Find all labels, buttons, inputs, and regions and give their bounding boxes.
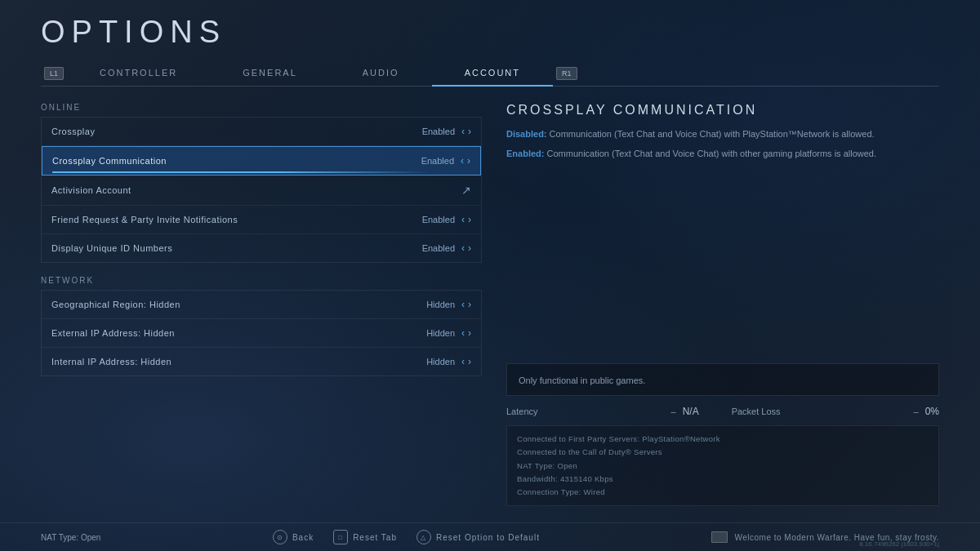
geo-region-label: Geographical Region: Hidden bbox=[51, 300, 180, 309]
network-settings-list: Geographical Region: Hidden Hidden ‹ › E… bbox=[41, 290, 482, 376]
tab-audio[interactable]: AUDIO bbox=[330, 61, 432, 86]
functional-text: Only functional in public games. bbox=[519, 375, 645, 385]
footer-action-back[interactable]: ⊙ Back bbox=[273, 530, 314, 544]
display-id-arrows: ‹ › bbox=[461, 242, 471, 254]
footer: NAT Type: Open ⊙ Back □ Reset Tab △ Rese… bbox=[0, 522, 980, 551]
enabled-text: Communication (Text Chat and Voice Chat)… bbox=[544, 149, 876, 158]
arrow-left-icon: ‹ bbox=[461, 126, 465, 137]
arrow-right-ii-icon: › bbox=[468, 356, 471, 367]
display-id-value-area: Enabled ‹ › bbox=[422, 242, 471, 254]
geo-region-value: Hidden bbox=[426, 300, 455, 309]
external-link-icon: ↗ bbox=[461, 184, 471, 197]
external-ip-label: External IP Address: Hidden bbox=[51, 328, 175, 338]
tab-left-badge: L1 bbox=[44, 67, 64, 80]
arrow-left-ii-icon: ‹ bbox=[461, 356, 465, 367]
page-title: OPTIONS bbox=[41, 15, 939, 50]
conn-line-0: Connected to First Party Servers: PlaySt… bbox=[517, 433, 929, 446]
conn-line-4: Connection Type: Wired bbox=[517, 486, 929, 499]
arrow-right-fr-icon: › bbox=[468, 214, 471, 225]
crossplay-comm-label: Crossplay Communication bbox=[52, 156, 167, 166]
friend-request-value: Enabled bbox=[422, 215, 455, 224]
external-ip-value-area: Hidden ‹ › bbox=[426, 327, 471, 339]
tab-general[interactable]: GENERAL bbox=[210, 61, 330, 86]
arrow-left-active-icon: ‹ bbox=[461, 155, 464, 167]
latency-separator: – bbox=[671, 407, 676, 416]
nat-status: NAT Type: Open bbox=[41, 533, 100, 542]
connection-info: Connected to First Party Servers: PlaySt… bbox=[506, 425, 939, 506]
tabs-bar: L1 CONTROLLER GENERAL AUDIO ACCOUNT R1 bbox=[41, 61, 939, 87]
reset-tab-icon: □ bbox=[333, 530, 348, 544]
arrow-right-active-icon: › bbox=[467, 155, 470, 167]
setting-geo-region[interactable]: Geographical Region: Hidden Hidden ‹ › bbox=[42, 291, 481, 319]
geo-region-arrows: ‹ › bbox=[461, 299, 471, 310]
arrow-left-gr-icon: ‹ bbox=[461, 299, 465, 310]
network-stats: Latency – N/A Packet Loss – 0% bbox=[506, 406, 939, 417]
setting-external-ip[interactable]: External IP Address: Hidden Hidden ‹ › bbox=[42, 319, 481, 348]
crossplay-label: Crossplay bbox=[51, 127, 95, 136]
active-row-indicator bbox=[52, 171, 431, 173]
crossplay-comm-value: Enabled bbox=[421, 156, 454, 166]
tab-account[interactable]: ACCOUNT bbox=[432, 61, 553, 86]
latency-label: Latency bbox=[506, 407, 538, 416]
display-id-label: Display Unique ID Numbers bbox=[51, 243, 172, 253]
external-ip-arrows: ‹ › bbox=[461, 327, 471, 339]
display-id-value: Enabled bbox=[422, 243, 455, 253]
crossplay-comm-arrows: ‹ › bbox=[461, 155, 470, 167]
back-icon: ⊙ bbox=[273, 530, 287, 544]
packet-loss-value: 0% bbox=[925, 406, 939, 417]
footer-action-reset-default[interactable]: △ Reset Option to Default bbox=[416, 530, 540, 544]
back-label: Back bbox=[292, 533, 314, 542]
arrow-left-fr-icon: ‹ bbox=[461, 214, 465, 225]
enabled-highlight: Enabled: bbox=[506, 149, 544, 158]
info-title: CROSSPLAY COMMUNICATION bbox=[506, 103, 939, 118]
header: OPTIONS L1 CONTROLLER GENERAL AUDIO ACCO… bbox=[0, 0, 980, 87]
reset-tab-label: Reset Tab bbox=[353, 533, 397, 542]
spacer bbox=[506, 166, 939, 363]
footer-action-reset-tab[interactable]: □ Reset Tab bbox=[333, 530, 397, 544]
conn-line-1: Connected to the Call of Duty® Servers bbox=[517, 446, 929, 459]
geo-region-value-area: Hidden ‹ › bbox=[426, 299, 471, 310]
right-panel: CROSSPLAY COMMUNICATION Disabled: Commun… bbox=[506, 103, 939, 506]
arrow-right-gr-icon: › bbox=[468, 299, 471, 310]
setting-internal-ip[interactable]: Internal IP Address: Hidden Hidden ‹ › bbox=[42, 348, 481, 375]
version-text: 8.16.7496262 |1603.930+1| bbox=[859, 540, 939, 548]
arrow-left-ei-icon: ‹ bbox=[461, 327, 465, 339]
section-label-online: Online bbox=[41, 103, 482, 112]
internal-ip-label: Internal IP Address: Hidden bbox=[51, 357, 172, 367]
setting-crossplay[interactable]: Crossplay Enabled ‹ › bbox=[42, 118, 481, 146]
internal-ip-arrows: ‹ › bbox=[461, 356, 471, 367]
packet-loss-separator: – bbox=[914, 407, 919, 416]
friend-request-label: Friend Request & Party Invite Notificati… bbox=[51, 215, 238, 224]
tab-controller[interactable]: CONTROLLER bbox=[67, 61, 210, 86]
disabled-highlight: Disabled: bbox=[506, 129, 547, 139]
tab-right-badge: R1 bbox=[556, 67, 577, 80]
setting-display-id[interactable]: Display Unique ID Numbers Enabled ‹ › bbox=[42, 234, 481, 262]
friend-request-value-area: Enabled ‹ › bbox=[422, 214, 471, 225]
internal-ip-value: Hidden bbox=[426, 357, 455, 367]
online-settings-list: Crossplay Enabled ‹ › Crossplay Communic… bbox=[41, 117, 482, 263]
crossplay-value-area: Enabled ‹ › bbox=[422, 126, 471, 137]
section-label-network: Network bbox=[41, 276, 482, 285]
reset-default-label: Reset Option to Default bbox=[436, 533, 540, 542]
arrow-right-ei-icon: › bbox=[468, 327, 471, 339]
conn-line-3: Bandwidth: 4315140 Kbps bbox=[517, 473, 929, 486]
functional-box: Only functional in public games. bbox=[506, 363, 939, 396]
reset-default-icon: △ bbox=[416, 530, 431, 544]
crossplay-arrows: ‹ › bbox=[461, 126, 471, 137]
arrow-right-icon: › bbox=[468, 126, 471, 137]
external-ip-value: Hidden bbox=[426, 328, 455, 338]
welcome-icon bbox=[711, 531, 728, 543]
setting-activision-account[interactable]: Activision Account ↗ bbox=[42, 176, 481, 206]
arrow-left-di-icon: ‹ bbox=[461, 242, 465, 254]
info-enabled-text: Enabled: Communication (Text Chat and Vo… bbox=[506, 147, 939, 162]
setting-friend-request[interactable]: Friend Request & Party Invite Notificati… bbox=[42, 206, 481, 234]
friend-request-arrows: ‹ › bbox=[461, 214, 471, 225]
latency-value: N/A bbox=[683, 406, 699, 417]
packet-loss-label: Packet Loss bbox=[732, 407, 781, 416]
info-disabled-text: Disabled: Communication (Text Chat and V… bbox=[506, 127, 939, 142]
crossplay-comm-value-area: Enabled ‹ › bbox=[421, 155, 470, 167]
arrow-right-di-icon: › bbox=[468, 242, 471, 254]
setting-crossplay-comm[interactable]: Crossplay Communication Enabled ‹ › bbox=[42, 146, 481, 176]
left-panel: Online Crossplay Enabled ‹ › Crossplay C… bbox=[41, 103, 482, 506]
crossplay-value: Enabled bbox=[422, 127, 455, 136]
